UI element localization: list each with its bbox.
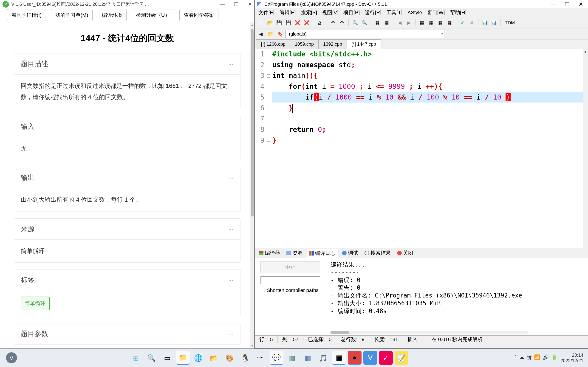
menu-tools[interactable]: 工具[T]: [385, 9, 404, 17]
menu-run[interactable]: 运行[R]: [363, 9, 383, 17]
bookmark-icon[interactable]: 🔖: [276, 30, 284, 38]
tray-chevron-icon[interactable]: ˄: [515, 354, 517, 361]
menu-window[interactable]: 窗口[W]: [426, 9, 446, 17]
replace-icon[interactable]: 🔍: [360, 19, 368, 27]
code-content[interactable]: #include <bits/stdc++.h> using namespace…: [270, 49, 588, 248]
close-tab[interactable]: 关闭: [395, 249, 415, 257]
close-file-icon[interactable]: ❌: [293, 19, 302, 27]
app-v-icon[interactable]: V: [363, 351, 377, 365]
close-button[interactable]: ✕: [248, 1, 252, 7]
compile-output[interactable]: 编译结果... -------- - 错误: 0 - 警告: 0 - 输出文件名…: [326, 258, 588, 335]
file-tab-active[interactable]: [*] 1447.cpp: [346, 40, 381, 49]
folder-icon[interactable]: 📂: [207, 351, 221, 365]
kebab-icon[interactable]: ⋮: [228, 332, 234, 336]
recorder-icon[interactable]: ●: [348, 351, 362, 365]
debug-back-icon[interactable]: ◀: [396, 19, 404, 27]
fold-column[interactable]: − − ││││: [266, 49, 270, 248]
explorer-icon[interactable]: 📁: [176, 351, 190, 365]
code-editor[interactable]: 123456789 − − ││││ #include <bits/stdc++…: [255, 49, 588, 248]
scroll-up-icon[interactable]: ▲: [250, 23, 254, 27]
compile-icon[interactable]: ▦: [373, 19, 381, 27]
tray-volume-icon[interactable]: 🔊: [543, 354, 549, 361]
rebuild-icon[interactable]: ▦: [427, 19, 435, 27]
kebab-icon[interactable]: ⋮: [228, 227, 234, 231]
search-results-tab[interactable]: 搜索结果: [362, 249, 393, 257]
delete-profile-icon[interactable]: 📊: [490, 19, 498, 27]
tray-battery-icon[interactable]: 🔋: [551, 354, 557, 361]
tray-cloud-icon[interactable]: ☁: [519, 354, 524, 361]
devcpp-taskbar-icon[interactable]: ▣: [332, 351, 346, 365]
cancel-icon[interactable]: ✖: [468, 19, 476, 27]
abort-button[interactable]: 中止: [260, 261, 320, 273]
excel-icon[interactable]: ▦: [285, 351, 299, 365]
resource-tab[interactable]: 资源: [284, 249, 305, 257]
output-hscroll[interactable]: [330, 331, 528, 334]
maximize-button[interactable]: ☐: [234, 1, 239, 7]
scroll-down-icon[interactable]: ▼: [250, 344, 254, 347]
kebab-icon[interactable]: ⋮: [228, 176, 234, 180]
menu-view[interactable]: 视图[V]: [321, 9, 340, 17]
file-tab[interactable]: 1392.cpp: [318, 40, 347, 49]
file-tab[interactable]: [*] 1266.cpp: [256, 40, 290, 49]
task-view-icon[interactable]: ▭: [160, 351, 174, 365]
edge-icon[interactable]: 🌐: [191, 351, 205, 365]
file-tab[interactable]: 1059.cpp: [290, 40, 319, 49]
start-button[interactable]: ⊞: [129, 351, 143, 365]
kebab-icon[interactable]: ⋮: [228, 278, 234, 282]
tag-pill[interactable]: 简单循环: [21, 297, 50, 310]
close-all-icon[interactable]: ❌: [303, 19, 311, 27]
menu-search[interactable]: 搜索[S]: [300, 9, 319, 17]
word-icon[interactable]: ▦: [301, 351, 315, 365]
left-scrollbar[interactable]: ▲ ▼: [250, 22, 254, 348]
new-file-icon[interactable]: 📄: [257, 19, 265, 27]
scroll-up-icon[interactable]: ▲: [583, 49, 588, 54]
compile-run-icon[interactable]: ▦: [418, 19, 426, 27]
my-study-list-button[interactable]: 我的学习单(M): [51, 9, 93, 21]
view-answers-button[interactable]: 查看同学答案: [179, 9, 218, 21]
shorten-paths-input[interactable]: [262, 289, 265, 292]
close-button[interactable]: ✕: [574, 0, 588, 8]
menu-project[interactable]: 项目[P]: [342, 9, 361, 17]
goto-file-icon[interactable]: 📁: [266, 30, 275, 38]
minimize-button[interactable]: —: [546, 0, 560, 8]
scroll-thumb[interactable]: [330, 331, 349, 334]
save-all-icon[interactable]: 💾: [284, 19, 292, 27]
save-icon[interactable]: 💾: [275, 19, 283, 27]
grid2-icon[interactable]: ▦: [445, 19, 454, 27]
compile-log-tab[interactable]: 编译日志: [307, 249, 338, 258]
undo-icon[interactable]: ↶: [329, 19, 337, 27]
compiler-combo-label[interactable]: TDM-: [503, 20, 518, 25]
compiler-tab[interactable]: 编译器: [257, 249, 282, 257]
print-icon[interactable]: 🖨: [316, 19, 324, 27]
menu-edit[interactable]: 编辑[E]: [278, 9, 297, 17]
kebab-icon[interactable]: ⋮: [228, 62, 234, 66]
maximize-button[interactable]: ☐: [560, 0, 574, 8]
qq-icon[interactable]: 🐧: [238, 351, 252, 365]
shorten-paths-checkbox[interactable]: Shorten compiler paths: [262, 287, 319, 293]
check-update-button[interactable]: 检测升级（U）: [132, 9, 174, 21]
tray-wifi-icon[interactable]: 📶: [534, 354, 540, 361]
debug-tab[interactable]: 调试: [340, 249, 360, 257]
app-launcher-icon[interactable]: V: [6, 352, 17, 363]
classin-icon[interactable]: 〰: [254, 351, 268, 365]
profile-icon[interactable]: 📊: [481, 19, 489, 27]
menu-help[interactable]: 帮助[H]: [449, 9, 468, 17]
open-file-icon[interactable]: 📂: [266, 19, 274, 27]
search-icon[interactable]: 🔍: [145, 351, 158, 365]
find-icon[interactable]: 🔍: [351, 19, 359, 27]
netease-icon[interactable]: 🎵: [317, 351, 330, 365]
grid-icon[interactable]: ▦: [436, 19, 444, 27]
taskbar-clock[interactable]: 20:14 2022/12/21: [561, 352, 583, 363]
tray-input-icon[interactable]: 拼: [527, 354, 532, 361]
menu-astyle[interactable]: AStyle: [406, 9, 424, 16]
wechat-icon[interactable]: 💬: [270, 351, 284, 365]
view-classmate-details-button[interactable]: 看同学详情(I): [7, 9, 46, 21]
editor-scrollbar[interactable]: ▲: [583, 49, 588, 248]
minimize-button[interactable]: —: [220, 1, 225, 7]
compile-env-button[interactable]: 编译环境: [98, 9, 127, 21]
globals-combo[interactable]: (globals): [285, 30, 444, 38]
run-icon[interactable]: ▦: [382, 19, 391, 27]
debug-fwd-icon[interactable]: ▶: [405, 19, 413, 27]
goto-back-icon[interactable]: ◀: [257, 30, 265, 38]
scroll-thumb[interactable]: [251, 29, 254, 217]
